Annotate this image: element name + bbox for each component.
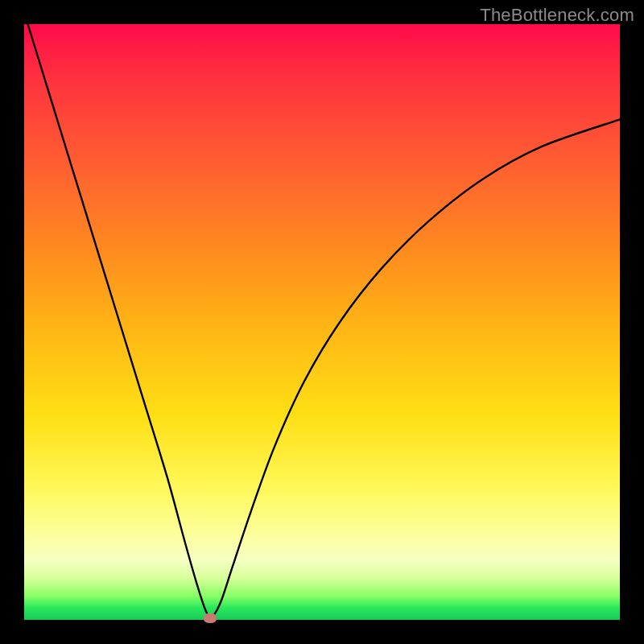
watermark-text: TheBottleneck.com bbox=[480, 5, 634, 26]
optimum-marker bbox=[204, 613, 217, 623]
bottleneck-curve bbox=[24, 12, 620, 617]
plot-area bbox=[24, 24, 620, 620]
curve-svg bbox=[24, 24, 620, 620]
chart-frame: TheBottleneck.com bbox=[0, 0, 644, 644]
